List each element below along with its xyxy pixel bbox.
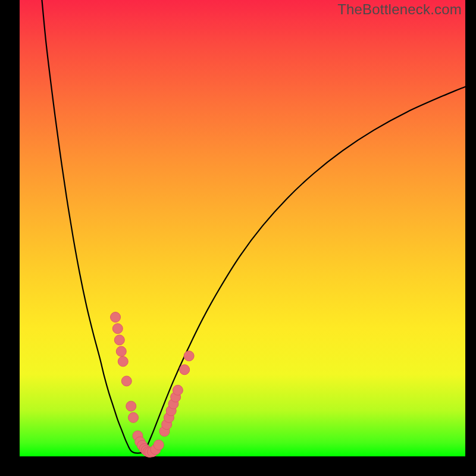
curve-marker — [112, 324, 123, 334]
curve-marker — [116, 346, 126, 356]
curve-marker — [180, 365, 190, 375]
curve-marker — [154, 440, 164, 450]
curve-marker — [121, 376, 131, 386]
curve-marker — [118, 356, 128, 367]
curve-marker — [184, 351, 194, 361]
bottleneck-curve — [42, 0, 465, 453]
bottleneck-curve-svg — [20, 0, 465, 456]
curve-marker — [111, 312, 121, 322]
curve-marker — [173, 385, 183, 395]
curve-marker — [114, 335, 124, 345]
watermark-text: TheBottleneck.com — [337, 1, 462, 18]
chart-frame: TheBottleneck.com — [20, 0, 465, 456]
curve-marker — [126, 401, 136, 411]
curve-marker — [129, 412, 139, 422]
